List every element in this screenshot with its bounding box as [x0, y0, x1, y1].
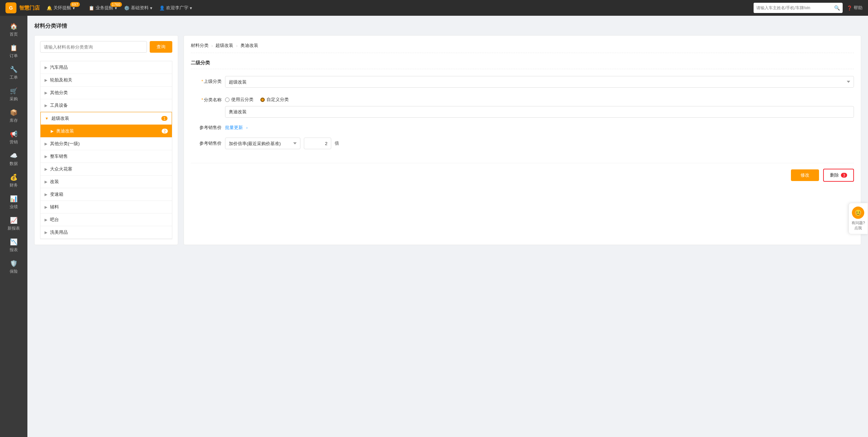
arrow-icon-13: ▶: [45, 230, 47, 235]
nav-item-basic[interactable]: ⚙️ 基础资料 ▾: [124, 5, 152, 11]
tree-item-4[interactable]: ▼ 超级改装 1: [40, 112, 172, 125]
category-search-input[interactable]: [40, 41, 147, 53]
nav-left: G 智慧门店 🔔 关怀提醒 697 ▾ 📋 业务提醒 1760 ▾ ⚙️ 基础资…: [5, 2, 192, 13]
sidebar-item-marketing[interactable]: 📢 营销: [0, 127, 27, 149]
tree-item-label-1: 轮胎及相关: [50, 77, 168, 83]
arrow-icon-3: ▶: [45, 103, 47, 108]
nav-item-alert[interactable]: 🔔 关怀提醒 697 ▾: [47, 5, 75, 11]
tree-item-label-5: 奥迪改装: [56, 128, 160, 134]
delete-badge: 3: [841, 173, 847, 178]
tree-item-badge-4: 1: [161, 116, 168, 121]
category-name-label: 分类名称: [191, 94, 222, 103]
category-name-input[interactable]: [225, 106, 854, 118]
sidebar-item-newreport[interactable]: 📈 新报表: [0, 213, 27, 235]
logo-text: 智慧门店: [19, 5, 40, 11]
left-panel: 查询 ▶ 汽车用品 ▶ 轮胎及相关 ▶ 其他分类: [34, 35, 178, 245]
breadcrumb-sep1: ›: [211, 43, 213, 48]
tree-item-label-7: 整车销售: [50, 153, 168, 159]
content-area: 查询 ▶ 汽车用品 ▶ 轮胎及相关 ▶ 其他分类: [34, 35, 861, 245]
price-value-input[interactable]: [304, 138, 331, 149]
sidebar-item-insurance[interactable]: 🛡️ 保险: [0, 256, 27, 278]
tree-item-label-4: 超级改装: [51, 115, 159, 121]
global-search-button[interactable]: 🔍: [831, 5, 843, 11]
tree-item-label-6: 其他分类(一级): [50, 141, 168, 147]
float-help-widget[interactable]: 😊 有问题? 点我: [848, 203, 868, 234]
radio-cloud-label[interactable]: 使用云分类: [225, 97, 253, 103]
category-name-field: 使用云分类 自定义分类: [225, 94, 854, 118]
tree-item-11[interactable]: ▶ 辅料: [40, 201, 172, 214]
help-button[interactable]: ❓ 帮助: [847, 5, 863, 11]
sidebar-label-newreport: 新报表: [8, 226, 20, 231]
arrow-icon-10: ▶: [45, 192, 47, 197]
tree-item-12[interactable]: ▶ 吧台: [40, 214, 172, 226]
sidebar-item-home[interactable]: 🏠 首页: [0, 19, 27, 41]
newreport-icon: 📈: [10, 217, 17, 224]
question-icon: ❓: [847, 5, 852, 11]
tree-item-8[interactable]: ▶ 大众火花塞: [40, 163, 172, 176]
modify-button[interactable]: 修改: [791, 169, 819, 181]
nav-item-user[interactable]: 👤 欢迎李广宇 ▾: [159, 5, 192, 11]
price-label: 参考销售价: [191, 140, 222, 146]
sidebar-label-orders: 订单: [10, 53, 18, 59]
delete-button[interactable]: 删除 3: [823, 169, 854, 182]
breadcrumb-level2: 奥迪改装: [240, 42, 258, 49]
sidebar-item-data[interactable]: ☁️ 数据: [0, 149, 27, 170]
sidebar-item-workorder[interactable]: 🔧 工单: [0, 62, 27, 84]
breadcrumb: 材料分类 › 超级改装 › 奥迪改装: [191, 42, 854, 53]
tree-item-2[interactable]: ▶ 其他分类: [40, 87, 172, 99]
sidebar-item-purchase[interactable]: 🛒 采购: [0, 84, 27, 105]
help-text-line1: 有问题?: [852, 220, 865, 225]
tree-item-7[interactable]: ▶ 整车销售: [40, 150, 172, 163]
tree-item-6[interactable]: ▶ 其他分类(一级): [40, 138, 172, 150]
main-content: 材料分类详情 查询 ▶ 汽车用品 ▶ 轮胎及相关: [27, 16, 868, 437]
section-title: 二级分类: [191, 60, 854, 69]
sidebar-item-inventory[interactable]: 📦 库存: [0, 105, 27, 127]
ref-price-header-label: 参考销售价: [191, 125, 222, 131]
tree-item-13[interactable]: ▶ 洗美用品: [40, 226, 172, 239]
logo[interactable]: G 智慧门店: [5, 2, 40, 13]
radio-cloud-input[interactable]: [225, 98, 230, 102]
radio-custom-input[interactable]: [260, 98, 265, 102]
parent-field: 超级改装: [225, 76, 854, 88]
arrow-icon-2: ▶: [45, 91, 47, 95]
nav-item-business[interactable]: 📋 业务提醒 1760 ▾: [89, 5, 117, 11]
sidebar-item-finance[interactable]: 💰 财务: [0, 170, 27, 192]
help-text-line2: 点我: [852, 226, 865, 231]
tree-item-1[interactable]: ▶ 轮胎及相关: [40, 74, 172, 87]
arrow-icon-12: ▶: [45, 218, 47, 222]
help-label: 帮助: [854, 5, 863, 11]
category-tree: ▶ 汽车用品 ▶ 轮胎及相关 ▶ 其他分类 ▶ 工具设备: [40, 61, 172, 239]
finance-icon: 💰: [10, 173, 17, 181]
radio-custom-label[interactable]: 自定义分类: [260, 97, 289, 103]
chevron-down-icon3: ▾: [150, 5, 152, 11]
help-avatar: 😊: [852, 206, 864, 219]
query-button[interactable]: 查询: [150, 41, 172, 53]
sidebar-label-home: 首页: [10, 31, 18, 37]
sidebar-item-performance[interactable]: 📊 业绩: [0, 192, 27, 213]
global-search-box[interactable]: 🔍: [754, 3, 843, 13]
sidebar-item-orders[interactable]: 📋 订单: [0, 41, 27, 62]
price-method-select[interactable]: 加价倍率(最近采购价基准): [225, 138, 300, 149]
tree-item-label-3: 工具设备: [50, 102, 168, 108]
price-row: 参考销售价 加价倍率(最近采购价基准) 倍: [191, 138, 854, 149]
tree-item-0[interactable]: ▶ 汽车用品: [40, 61, 172, 74]
tree-item-5[interactable]: ▶ 奥迪改装 2: [40, 125, 172, 138]
sidebar-label-data: 数据: [10, 161, 18, 167]
purchase-icon: 🛒: [10, 87, 17, 95]
tree-item-3[interactable]: ▶ 工具设备: [40, 99, 172, 112]
top-navigation: G 智慧门店 🔔 关怀提醒 697 ▾ 📋 业务提醒 1760 ▾ ⚙️ 基础资…: [0, 0, 868, 16]
parent-select[interactable]: 超级改装: [225, 76, 854, 88]
global-search-input[interactable]: [754, 3, 831, 13]
tree-item-9[interactable]: ▶ 改装: [40, 176, 172, 188]
tree-item-label-9: 改装: [50, 179, 168, 185]
sidebar-item-report[interactable]: 📉 报表: [0, 235, 27, 256]
sidebar: 🏠 首页 📋 订单 🔧 工单 🛒 采购 📦 库存 📢 营销 ☁️ 数据 💰 财务…: [0, 16, 27, 437]
business-badge: 1760: [110, 2, 122, 7]
right-panel: 材料分类 › 超级改装 › 奥迪改装 二级分类 上级分类 超级改装 分类名称: [184, 35, 861, 245]
category-name-row: 分类名称 使用云分类 自定义分类: [191, 94, 854, 118]
breadcrumb-root: 材料分类: [191, 42, 209, 49]
sidebar-label-insurance: 保险: [10, 269, 18, 274]
arrow-icon-0: ▶: [45, 65, 47, 70]
batch-update-link[interactable]: 批量更新: [225, 125, 243, 131]
tree-item-10[interactable]: ▶ 变速箱: [40, 188, 172, 201]
